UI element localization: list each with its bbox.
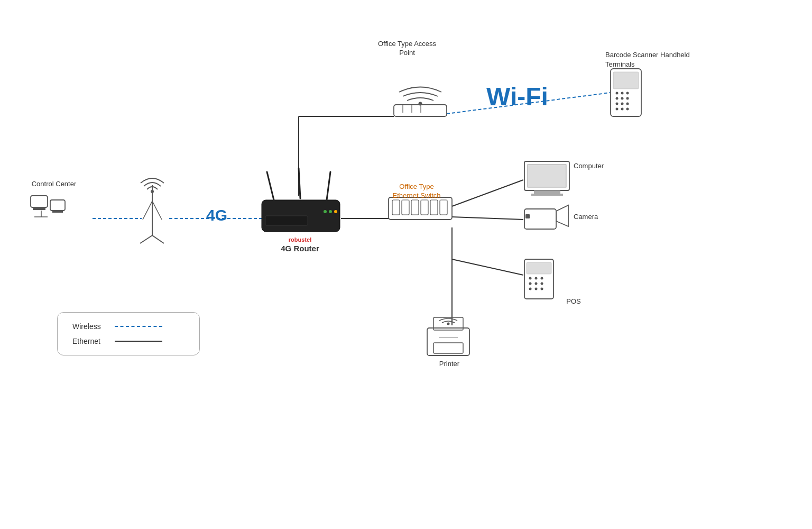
svg-point-77 [616, 108, 619, 111]
svg-rect-34 [411, 200, 419, 215]
svg-rect-33 [402, 200, 409, 215]
network-diagram-svg [0, 0, 812, 529]
svg-line-9 [452, 259, 523, 275]
pos-label: POS [558, 297, 589, 306]
svg-point-68 [616, 92, 619, 95]
svg-rect-36 [430, 200, 438, 215]
svg-point-57 [541, 282, 543, 285]
svg-line-19 [152, 235, 164, 243]
svg-point-22 [151, 190, 154, 193]
svg-point-74 [616, 103, 619, 105]
svg-rect-31 [389, 197, 452, 220]
svg-point-53 [535, 277, 538, 280]
computer-label: Computer [574, 162, 626, 171]
svg-point-79 [626, 108, 629, 111]
access-point-label: Office Type Access Point [370, 40, 444, 58]
svg-line-21 [152, 201, 162, 220]
svg-point-71 [616, 97, 619, 100]
barcode-label: Barcode Scanner Handheld Terminals [605, 50, 690, 69]
svg-point-70 [626, 92, 629, 95]
svg-point-78 [621, 108, 624, 111]
svg-line-6 [452, 180, 523, 206]
svg-rect-45 [534, 190, 560, 194]
svg-point-60 [541, 288, 543, 290]
svg-point-42 [419, 102, 422, 106]
svg-point-28 [329, 210, 332, 213]
svg-rect-44 [528, 165, 566, 187]
svg-line-24 [267, 172, 274, 200]
camera-label: Camera [574, 213, 616, 222]
svg-rect-14 [52, 211, 63, 213]
svg-rect-51 [527, 262, 551, 274]
printer-label: Printer [428, 360, 470, 369]
svg-rect-49 [525, 214, 530, 218]
svg-point-58 [529, 288, 532, 290]
wireless-label: Wireless [72, 322, 115, 331]
diagram-container: Control Center 4G Wi-Fi robustel 4G Rout… [0, 0, 812, 529]
svg-marker-48 [556, 205, 568, 226]
wifi-label: Wi-Fi [486, 82, 548, 111]
svg-rect-32 [392, 200, 400, 215]
svg-point-76 [626, 103, 629, 105]
legend-ethernet-row: Ethernet [72, 337, 184, 345]
svg-line-18 [140, 235, 152, 243]
svg-point-69 [621, 92, 624, 95]
svg-point-55 [529, 282, 532, 285]
svg-rect-30 [265, 216, 308, 225]
svg-rect-12 [33, 207, 45, 210]
svg-point-27 [324, 210, 327, 213]
svg-rect-67 [613, 72, 639, 89]
switch-label: Office TypeEthernet Switch [380, 183, 454, 200]
svg-rect-38 [394, 105, 447, 116]
svg-rect-35 [421, 200, 428, 215]
4g-label: 4G [206, 206, 227, 224]
svg-point-54 [541, 277, 543, 280]
svg-line-7 [452, 217, 523, 220]
wireless-line-icon [115, 326, 162, 327]
ethernet-label: Ethernet [72, 337, 115, 345]
router-brand: robustel [289, 236, 311, 243]
svg-point-29 [334, 210, 337, 213]
svg-rect-46 [531, 194, 563, 196]
svg-line-20 [143, 201, 152, 220]
svg-rect-47 [524, 209, 556, 229]
svg-point-59 [535, 288, 538, 290]
legend-box: Wireless Ethernet [57, 312, 200, 355]
svg-point-56 [535, 282, 538, 285]
svg-point-65 [447, 323, 450, 325]
svg-point-75 [621, 103, 624, 105]
svg-rect-11 [31, 196, 48, 207]
control-center-label: Control Center [22, 180, 86, 189]
svg-rect-13 [50, 200, 65, 211]
router-model-label: 4G Router [259, 243, 341, 254]
svg-rect-63 [433, 343, 463, 353]
svg-point-72 [621, 97, 624, 100]
svg-point-73 [626, 97, 629, 100]
svg-point-52 [529, 277, 532, 280]
svg-line-26 [327, 172, 330, 200]
svg-rect-37 [440, 200, 447, 215]
legend-wireless-row: Wireless [72, 322, 184, 331]
ethernet-line-icon [115, 341, 162, 342]
